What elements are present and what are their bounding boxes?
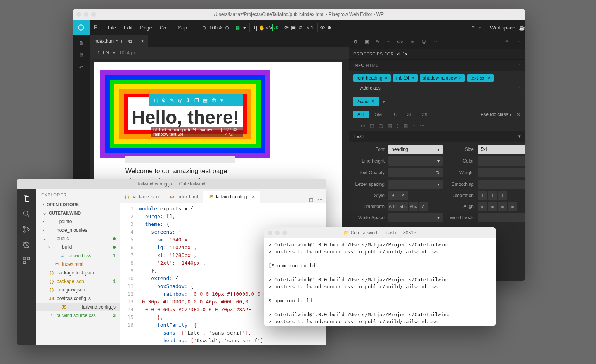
deco-buttons[interactable]: TTT: [478, 191, 525, 200]
wb-select[interactable]: ▾: [478, 213, 525, 222]
more-icon[interactable]: ⋯: [318, 197, 322, 203]
zoom-out-icon[interactable]: ⊖: [201, 24, 208, 31]
target-icon[interactable]: ◎: [178, 97, 182, 103]
coffee-icon[interactable]: ☕: [518, 24, 525, 31]
eye-icon[interactable]: 👁: [505, 39, 509, 45]
border-cat-icon[interactable]: ▢: [379, 123, 383, 128]
visibility-icon[interactable]: 👁: [319, 24, 326, 31]
explorer-icon[interactable]: [22, 194, 31, 203]
editor-tab[interactable]: { }package.json: [120, 191, 164, 203]
chevron-down-icon[interactable]: ▾: [220, 97, 223, 103]
opacity-input[interactable]: ⇅: [388, 168, 443, 177]
traffic-lights[interactable]: [76, 12, 96, 17]
tree-icon[interactable]: ☷: [433, 39, 438, 45]
editor-tab[interactable]: JStailwind.config.js×: [203, 191, 260, 203]
external-icon[interactable]: ▢: [121, 38, 125, 44]
hand-icon[interactable]: ✋: [258, 24, 265, 31]
editor-tab[interactable]: <>index.html: [164, 191, 203, 203]
chevron-down-icon[interactable]: ▾: [241, 24, 248, 31]
class-chip[interactable]: text-5xl×: [467, 74, 494, 82]
edit-icon[interactable]: ✎: [170, 97, 174, 103]
close-icon[interactable]: ×: [385, 75, 388, 81]
align-buttons[interactable]: ≡≡≡≡: [478, 202, 525, 211]
more-icon[interactable]: ⋯: [420, 123, 424, 128]
code-icon[interactable]: </>: [265, 24, 272, 31]
size-cat-icon[interactable]: ⬚: [370, 123, 374, 128]
lh-select[interactable]: ▾: [388, 156, 443, 166]
open-editors-section[interactable]: ›OPEN EDITORS: [36, 200, 120, 209]
debug-icon[interactable]: [22, 241, 31, 249]
pg-e-button[interactable]: E: [90, 20, 102, 35]
help-icon[interactable]: ?: [470, 24, 476, 31]
trash-icon[interactable]: 🗑: [211, 97, 217, 103]
class-chip[interactable]: font-heading×: [353, 74, 391, 82]
close-icon[interactable]: ×: [412, 75, 414, 81]
chevron-down-icon[interactable]: ▾: [518, 134, 521, 139]
menu-file[interactable]: File: [104, 23, 120, 33]
menu-edit[interactable]: Edit: [120, 23, 136, 33]
duplicate-icon[interactable]: ❐: [194, 97, 199, 103]
close-icon[interactable]: ×: [459, 75, 462, 81]
style-buttons[interactable]: AA: [388, 191, 443, 200]
ws-select[interactable]: ▾: [388, 213, 443, 222]
inline-style-button[interactable]: Inline ✎: [353, 97, 379, 106]
grid-icon[interactable]: ▦: [234, 24, 241, 31]
flex-cat-icon[interactable]: ⫿: [397, 123, 399, 128]
grid-icon[interactable]: ▦: [203, 97, 208, 103]
term-titlebar[interactable]: 📁 CuteTailwind — -bash — 80×15: [264, 227, 496, 238]
sliders-icon[interactable]: ⚙: [353, 39, 358, 45]
bp-sm[interactable]: SM: [371, 111, 386, 118]
panel-icon[interactable]: ▭: [516, 39, 521, 45]
tree-item[interactable]: ›build: [36, 243, 120, 251]
pages-icon[interactable]: 🗎: [78, 39, 85, 46]
tree-item[interactable]: JStailwind.config.js: [36, 303, 120, 311]
tree-item[interactable]: ›node_modules: [36, 226, 120, 234]
search-icon[interactable]: [22, 210, 31, 218]
chevron-right-icon[interactable]: ›: [519, 63, 521, 68]
chevron-down-icon[interactable]: ▾: [113, 50, 115, 55]
list-icon[interactable]: ≡: [387, 39, 390, 45]
bp-label[interactable]: LG: [103, 50, 109, 55]
tree-item[interactable]: #tailwind.source.css3: [36, 311, 120, 320]
chevron-down-icon[interactable]: ▾: [383, 99, 385, 104]
pseudo-class-dropdown[interactable]: Pseudo class ▾: [480, 112, 512, 117]
tree-item[interactable]: { }package-lock.json: [36, 269, 120, 277]
project-section[interactable]: ⌄CUTETAILWIND: [36, 209, 120, 217]
workspace-menu[interactable]: Workspace: [487, 25, 518, 31]
code-icon[interactable]: </>: [397, 39, 403, 45]
multiplier[interactable]: × 1: [304, 25, 315, 31]
menu-support[interactable]: Sup...: [175, 23, 195, 33]
split-icon[interactable]: ⧉: [128, 38, 132, 44]
chevron-right-icon[interactable]: ›: [519, 85, 521, 91]
pg-titlebar[interactable]: /Users/Matjaz/Projects/CuteTailwind/publ…: [73, 9, 525, 20]
undo-icon[interactable]: ↶: [78, 64, 85, 71]
menu-components[interactable]: Co...: [156, 23, 174, 33]
weight-select[interactable]: ▾: [478, 168, 525, 177]
bug-icon[interactable]: ✱: [326, 24, 333, 31]
vs-titlebar[interactable]: tailwind.config.js — CuteTailwind: [17, 179, 326, 189]
layout-cat-icon[interactable]: ▭: [361, 123, 365, 128]
reload-icon[interactable]: ⟳: [283, 24, 290, 31]
font-select[interactable]: heading▾: [388, 145, 443, 154]
bp-xl[interactable]: XL: [403, 111, 416, 118]
tree-item[interactable]: #tailwind.css1: [36, 251, 120, 260]
tree-item[interactable]: ⌄public: [36, 234, 120, 243]
terminal-output[interactable]: > CuteTailwind@1.0.0 build /Users/Matjaz…: [264, 238, 496, 326]
bp-lg[interactable]: LG: [387, 111, 401, 118]
devices-icon[interactable]: ▣: [290, 24, 297, 31]
list-cat-icon[interactable]: ≡: [412, 123, 415, 128]
size-select[interactable]: 5xl▾: [478, 145, 525, 154]
device-icon[interactable]: 🖵: [94, 50, 99, 55]
tab-index-html[interactable]: index.html * ▢ ⧉ ✕: [90, 35, 148, 47]
search-icon[interactable]: ⌕: [476, 24, 483, 31]
tree-item[interactable]: <>index.html: [36, 260, 120, 269]
close-icon[interactable]: ×: [488, 75, 490, 81]
git-icon[interactable]: [22, 225, 31, 234]
tree-item[interactable]: ›_pginfo: [36, 217, 120, 226]
zoom-in-icon[interactable]: ⊕: [224, 24, 230, 31]
js-icon[interactable]: JS: [272, 24, 279, 31]
add-class-button[interactable]: + Add class: [353, 84, 384, 92]
text-cat-icon[interactable]: T: [353, 123, 356, 128]
class-chip[interactable]: mb-24×: [393, 74, 418, 82]
tools-icon[interactable]: ⚒: [516, 112, 521, 117]
